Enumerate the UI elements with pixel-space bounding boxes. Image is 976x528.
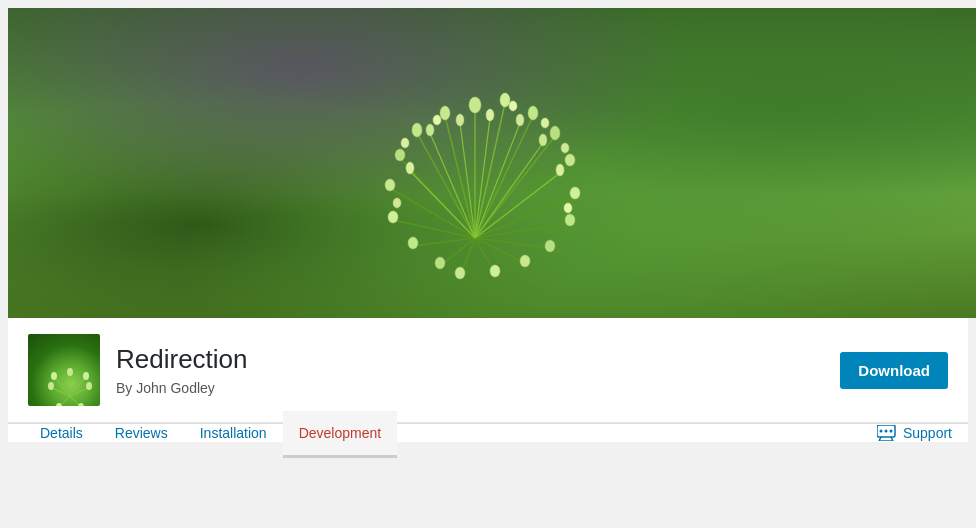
svg-point-27 bbox=[528, 106, 538, 120]
svg-point-69 bbox=[56, 403, 62, 406]
svg-point-34 bbox=[490, 265, 500, 277]
svg-point-77 bbox=[879, 430, 882, 433]
flower-container bbox=[8, 8, 976, 318]
svg-point-30 bbox=[570, 187, 580, 199]
tabs-list: Details Reviews Installation Development bbox=[24, 424, 877, 442]
svg-point-36 bbox=[412, 123, 422, 137]
svg-point-75 bbox=[884, 430, 887, 433]
svg-point-25 bbox=[469, 97, 481, 113]
svg-line-58 bbox=[70, 378, 85, 396]
svg-point-70 bbox=[78, 403, 84, 406]
svg-point-44 bbox=[516, 114, 524, 126]
plugin-thumbnail bbox=[28, 334, 100, 406]
svg-point-50 bbox=[509, 101, 517, 111]
svg-line-2 bbox=[475, 116, 533, 238]
flower-svg bbox=[265, 8, 685, 318]
page-wrapper: Redirection By John Godley Download Deta… bbox=[0, 8, 976, 442]
plugin-author: By John Godley bbox=[116, 380, 840, 396]
download-button[interactable]: Download bbox=[840, 352, 948, 389]
plugin-info-row: Redirection By John Godley Download bbox=[8, 318, 968, 423]
support-label: Support bbox=[903, 425, 952, 441]
support-link[interactable]: Support bbox=[877, 425, 952, 441]
svg-point-45 bbox=[539, 134, 547, 146]
svg-point-68 bbox=[48, 382, 54, 390]
svg-point-51 bbox=[541, 118, 549, 128]
svg-point-55 bbox=[393, 198, 401, 208]
svg-line-60 bbox=[55, 378, 70, 396]
plugin-name: Redirection bbox=[116, 344, 840, 375]
tab-development[interactable]: Development bbox=[283, 411, 398, 458]
tab-installation[interactable]: Installation bbox=[184, 411, 283, 458]
svg-point-40 bbox=[408, 237, 418, 249]
hero-banner bbox=[8, 8, 976, 318]
plugin-text: Redirection By John Godley bbox=[116, 344, 840, 395]
svg-point-38 bbox=[385, 179, 395, 191]
svg-point-35 bbox=[440, 106, 450, 120]
svg-point-28 bbox=[550, 126, 560, 140]
svg-point-53 bbox=[433, 115, 441, 125]
svg-point-37 bbox=[395, 149, 405, 161]
svg-point-32 bbox=[545, 240, 555, 252]
svg-point-47 bbox=[456, 114, 464, 126]
author-by-label: By John Godley bbox=[116, 380, 215, 396]
thumbnail-flower-svg bbox=[40, 356, 100, 406]
svg-point-39 bbox=[388, 211, 398, 223]
svg-point-52 bbox=[561, 143, 569, 153]
svg-line-6 bbox=[475, 223, 570, 238]
svg-point-29 bbox=[565, 154, 575, 166]
support-icon bbox=[877, 425, 897, 441]
svg-point-46 bbox=[556, 164, 564, 176]
tabs-section: Details Reviews Installation Development bbox=[8, 423, 968, 442]
svg-point-33 bbox=[520, 255, 530, 267]
svg-point-67 bbox=[51, 372, 57, 380]
svg-point-54 bbox=[401, 138, 409, 148]
svg-point-76 bbox=[889, 430, 892, 433]
svg-point-49 bbox=[406, 162, 414, 174]
svg-point-41 bbox=[435, 257, 445, 269]
svg-point-43 bbox=[486, 109, 494, 121]
svg-line-24 bbox=[410, 171, 475, 238]
svg-point-42 bbox=[455, 267, 465, 279]
svg-point-64 bbox=[67, 368, 73, 376]
tab-details[interactable]: Details bbox=[24, 411, 99, 458]
svg-point-31 bbox=[565, 214, 575, 226]
svg-point-48 bbox=[426, 124, 434, 136]
svg-point-26 bbox=[500, 93, 510, 107]
svg-line-62 bbox=[60, 396, 70, 406]
tab-reviews[interactable]: Reviews bbox=[99, 411, 184, 458]
svg-point-56 bbox=[564, 203, 572, 213]
svg-line-13 bbox=[390, 188, 475, 238]
svg-point-65 bbox=[83, 372, 89, 380]
svg-point-66 bbox=[86, 382, 92, 390]
thumbnail-image bbox=[28, 334, 100, 406]
svg-line-63 bbox=[70, 396, 80, 406]
svg-line-14 bbox=[393, 220, 475, 238]
